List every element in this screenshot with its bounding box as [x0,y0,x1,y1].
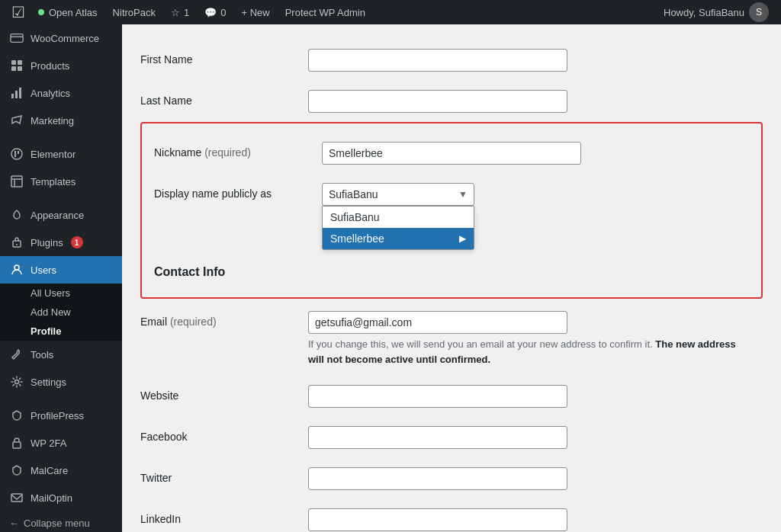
svg-rect-2 [18,60,22,65]
svg-rect-1 [11,60,16,65]
sidebar-item-profilepress-label: ProfilePress [31,410,84,421]
wp-logo[interactable]: ☑ [6,0,31,24]
updates-count: 1 [184,7,189,18]
svg-point-13 [14,265,19,270]
site-status-dot [38,9,44,15]
svg-point-14 [15,380,19,384]
first-name-row: First Name [140,40,763,81]
email-input[interactable] [308,311,567,334]
sidebar-item-marketing-label: Marketing [31,115,74,127]
contact-info-label: Contact Info [154,261,322,279]
sidebar-item-plugins[interactable]: Plugins 1 [0,229,122,256]
sidebar-item-marketing[interactable]: Marketing [0,107,122,134]
svg-rect-9 [14,151,16,157]
first-name-input[interactable] [308,49,567,72]
sidebar-item-settings[interactable]: Settings [0,368,122,396]
sidebar-item-mailoptin[interactable]: MailOptin [0,484,122,511]
sidebar-item-wp2fa-label: WP 2FA [31,437,66,449]
svg-rect-7 [19,88,21,98]
howdy-label: Howdy, SufiaBanu [664,7,744,18]
sidebar-item-profilepress[interactable]: ProfilePress [0,402,122,429]
website-control [308,385,763,408]
first-name-control [308,49,763,72]
sidebar-item-products[interactable]: Products [0,52,122,79]
twitter-row: Twitter [140,458,763,499]
updates-icon: ☆ [171,7,180,18]
sidebar: WooCommerce Products Analytics Marketing [0,24,122,532]
svg-rect-4 [18,66,22,71]
marketing-icon [9,113,24,128]
collapse-menu-button[interactable]: ← Collapse menu [0,511,122,532]
email-note: If you change this, we will send you an … [308,337,750,367]
site-name-bar[interactable]: Open Atlas [31,0,105,24]
display-name-label: Display name publicly as [154,183,322,200]
dropdown-option-smellerbee[interactable]: Smellerbee ▶ [323,228,474,249]
comments-icon: 💬 [204,7,217,18]
admin-bar: ☑ Open Atlas NitroPack ☆ 1 💬 0 + New Pro… [0,0,781,24]
howdy-bar[interactable]: Howdy, SufiaBanu S [657,2,775,22]
sidebar-item-templates[interactable]: Templates [0,168,122,195]
analytics-icon [9,85,24,101]
facebook-row: Facebook [140,417,763,458]
submenu-profile[interactable]: Profile [0,322,122,341]
appearance-icon [9,207,24,223]
display-name-select[interactable]: SufiaBanu ▼ [322,183,474,206]
linkedin-control [308,508,763,531]
comments-bar-item[interactable]: 💬 0 [197,0,233,24]
submenu-all-users[interactable]: All Users [0,284,122,303]
email-control: If you change this, we will send you an … [308,311,763,367]
highlight-section: Nickname (required) Display name publicl… [140,122,763,299]
malcare-icon [9,463,24,478]
sidebar-item-users-label: Users [31,264,56,276]
last-name-input[interactable] [308,90,567,113]
display-name-row: Display name publicly as SufiaBanu ▼ Suf… [154,174,749,215]
tools-icon [9,347,24,362]
svg-rect-15 [13,442,21,448]
nitropack-label: NitroPack [113,7,156,18]
products-icon [9,58,24,73]
plugins-badge: 1 [71,236,83,248]
last-name-label: Last Name [140,90,308,107]
website-input[interactable] [308,385,567,408]
twitter-input[interactable] [308,467,567,490]
email-required: (required) [170,316,217,328]
cursor-icon: ▶ [459,233,466,244]
sidebar-item-tools-label: Tools [31,349,53,361]
mailoptin-icon [9,490,24,505]
svg-point-8 [11,149,22,159]
sidebar-item-analytics[interactable]: Analytics [0,79,122,107]
woocommerce-icon [9,30,24,46]
last-name-control [308,90,763,113]
profilepress-icon [9,408,24,423]
dropdown-option-sufiabanu[interactable]: SufiaBanu [323,207,474,228]
sidebar-item-woocommerce[interactable]: WooCommerce [0,24,122,52]
display-name-select-wrapper: SufiaBanu ▼ SufiaBanu Smellerbee ▶ [322,183,474,206]
sidebar-item-appearance[interactable]: Appearance [0,201,122,229]
sidebar-item-woocommerce-label: WooCommerce [31,33,99,44]
templates-icon [9,174,24,189]
linkedin-input[interactable] [308,508,567,531]
website-label: Website [140,385,308,402]
twitter-control [308,467,763,490]
first-name-label: First Name [140,49,308,66]
sidebar-item-wp2fa[interactable]: WP 2FA [0,429,122,457]
wp2fa-icon [9,435,24,450]
sidebar-item-appearance-label: Appearance [31,210,84,221]
elementor-icon [9,146,24,162]
sidebar-item-analytics-label: Analytics [31,88,70,99]
sidebar-item-users[interactable]: Users [0,256,122,284]
facebook-input[interactable] [308,426,567,449]
sidebar-item-settings-label: Settings [31,377,66,388]
new-content-bar-item[interactable]: + New [233,0,277,24]
main-content: First Name Last Name Nickname (required) [122,24,781,532]
sidebar-item-elementor[interactable]: Elementor [0,140,122,168]
sidebar-item-tools[interactable]: Tools [0,341,122,368]
nickname-input[interactable] [322,142,581,165]
updates-bar-item[interactable]: ☆ 1 [163,0,197,24]
sidebar-item-malcare[interactable]: MalCare [0,457,122,484]
facebook-control [308,426,763,449]
nitropack-bar-item[interactable]: NitroPack [105,0,163,24]
collapse-label: Collapse menu [24,518,90,529]
protect-bar-item[interactable]: Protect WP Admin [278,0,373,24]
submenu-add-new[interactable]: Add New [0,303,122,322]
